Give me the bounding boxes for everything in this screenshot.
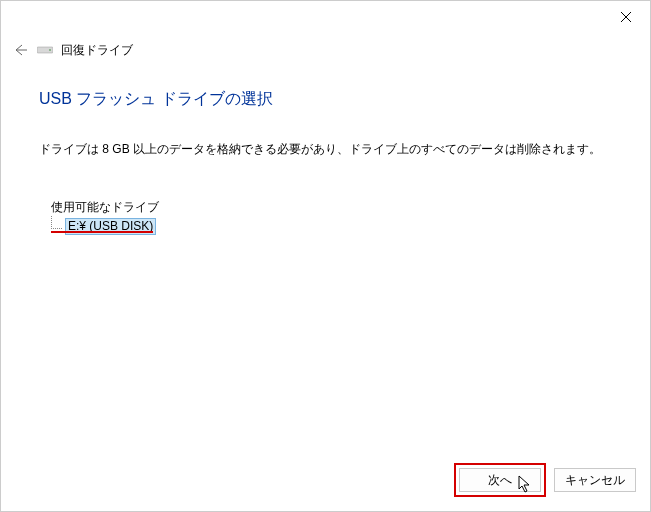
wizard-title: 回復ドライブ <box>61 42 133 59</box>
svg-point-4 <box>49 49 51 51</box>
drive-tree: 使用可能なドライブ E:¥ (USB DISK) <box>51 199 159 235</box>
tree-root-label: 使用可能なドライブ <box>51 199 159 216</box>
drive-icon <box>37 44 53 56</box>
wizard-header: 回復ドライブ <box>11 41 133 59</box>
back-button[interactable] <box>11 41 29 59</box>
back-arrow-icon <box>12 42 28 58</box>
annotation-highlight-box: 次へ <box>454 463 546 497</box>
close-icon <box>620 11 632 23</box>
annotation-underline <box>51 231 153 233</box>
recovery-drive-wizard-window: 回復ドライブ USB フラッシュ ドライブの選択 ドライブは 8 GB 以上のデ… <box>0 0 651 512</box>
next-button-label: 次へ <box>488 472 512 489</box>
cancel-button-label: キャンセル <box>565 472 625 489</box>
cursor-icon <box>518 475 532 493</box>
cancel-button[interactable]: キャンセル <box>554 468 636 492</box>
tree-connector-icon <box>51 216 62 229</box>
page-description: ドライブは 8 GB 以上のデータを格納できる必要があり、ドライブ上のすべてのデ… <box>39 141 612 158</box>
next-button[interactable]: 次へ <box>459 468 541 492</box>
page-title: USB フラッシュ ドライブの選択 <box>39 89 273 110</box>
close-button[interactable] <box>612 7 640 27</box>
button-bar: 次へ キャンセル <box>454 463 636 497</box>
